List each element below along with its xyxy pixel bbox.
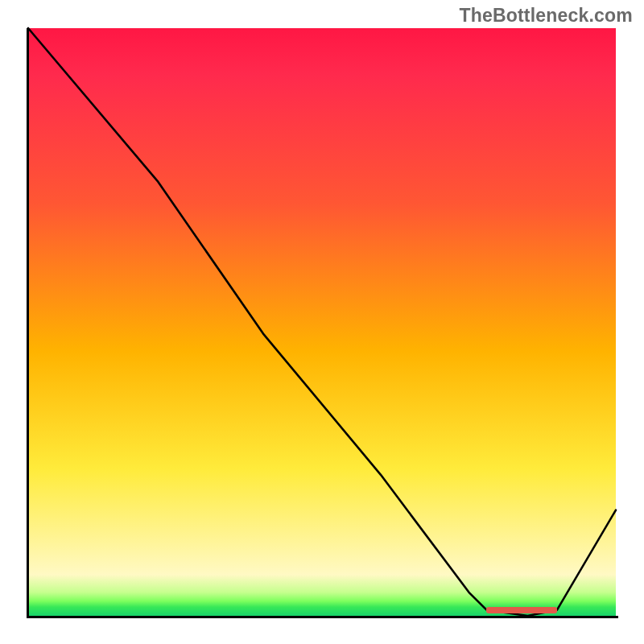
- chart-container: TheBottleneck.com: [0, 0, 644, 644]
- x-axis-line: [27, 616, 618, 618]
- bottleneck-curve: [28, 28, 616, 616]
- watermark-text: TheBottleneck.com: [459, 5, 633, 27]
- plot-area: [28, 28, 616, 616]
- optimal-range-marker: [486, 607, 557, 613]
- y-axis-line: [27, 28, 29, 618]
